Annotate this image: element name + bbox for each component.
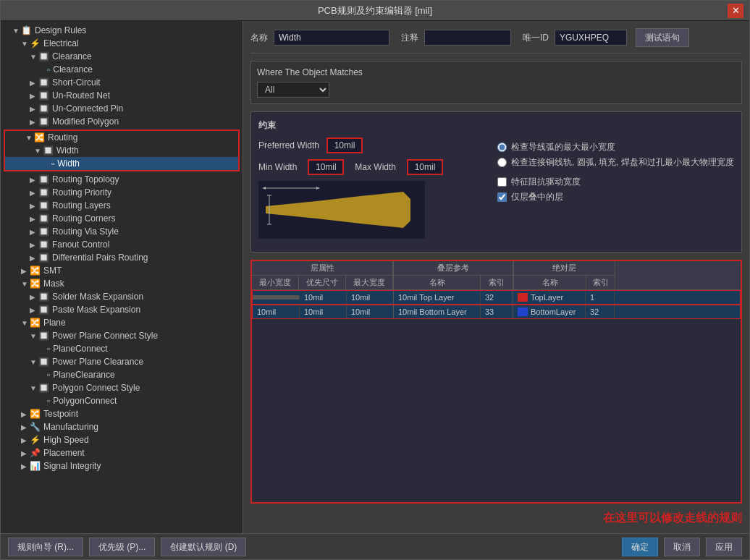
tree-item-power-connect[interactable]: 🔲 Power Plane Connect Style <box>1 329 243 342</box>
where-dropdown[interactable]: All <box>257 82 329 98</box>
stack-ref-header: 叠层参考 <box>394 261 513 276</box>
constraint-title: 约束 <box>258 119 734 132</box>
tree-item-un-routed[interactable]: 🔲 Un-Routed Net <box>1 89 243 102</box>
tree-item-routing-topology[interactable]: 🔲 Routing Topology <box>1 173 243 186</box>
arrow-routing <box>25 134 34 142</box>
radio-physical-width[interactable] <box>497 158 507 167</box>
tree-label-power-clearance: Power Plane Clearance <box>52 357 143 367</box>
tree-item-polygon-style[interactable]: 🔲 Polygon Connect Style <box>1 381 243 394</box>
icon-smt: 🔀 <box>30 266 41 276</box>
tree-item-signal-integrity[interactable]: 📊 Signal Integrity <box>1 459 243 472</box>
tree-label-clearance: Clearance <box>53 64 93 75</box>
icon-via: 🔲 <box>38 226 49 237</box>
tree-item-plane-connect[interactable]: ▫ PlaneConnect <box>1 342 243 355</box>
constraint-section: 约束 Preferred Width 10mil Min Width 10mil… <box>250 111 742 253</box>
abs-layer-header: 绝对层 <box>514 261 615 276</box>
tree-item-routing-layers[interactable]: 🔲 Routing Layers <box>1 199 243 212</box>
tree-item-polygon-connect[interactable]: ▫ PolygonConnect <box>1 394 243 407</box>
where-title: Where The Object Matches <box>257 67 736 77</box>
arrow-layers <box>30 202 38 210</box>
arrow-polygon-style <box>30 384 38 392</box>
tree-label-design-rules: Design Rules <box>35 25 86 35</box>
uid-input[interactable] <box>555 30 627 46</box>
bottom-left-buttons: 规则向导 (R)... 优先级 (P)... 创建默认规则 (D) <box>8 538 246 556</box>
icon-un-routed: 🔲 <box>38 90 49 101</box>
arrow-solder <box>30 293 38 301</box>
create-default-button[interactable]: 创建默认规则 (D) <box>161 538 246 556</box>
tree-item-routing-via[interactable]: 🔲 Routing Via Style <box>1 225 243 238</box>
tree-item-plane-clearance[interactable]: ▫ PlaneClearance <box>1 368 243 381</box>
icon-testpoint: 🔀 <box>30 409 41 419</box>
icon-routing: 🔀 <box>34 132 45 143</box>
preferred-width-value[interactable]: 10mil <box>326 137 363 153</box>
arrow-un-connected <box>30 105 38 113</box>
icon-fanout: 🔲 <box>38 239 49 250</box>
tree-item-clearance-group[interactable]: 🔲 Clearance <box>1 50 243 63</box>
cell-pref-0: 10mil <box>300 291 347 304</box>
layer-prop-header: 层属性 <box>252 261 393 276</box>
icon-plane-connect: ▫ <box>47 344 50 354</box>
ok-button[interactable]: 确定 <box>622 538 658 556</box>
close-button[interactable]: ✕ <box>728 4 743 18</box>
col-max-width: 最大宽度 <box>346 276 393 289</box>
table-row-1[interactable]: 10mil 10mil 10mil 10mil Bottom Layer 33 … <box>252 305 741 319</box>
tree-label-plane-clearance: PlaneClearance <box>53 370 114 380</box>
tree-item-fanout[interactable]: 🔲 Fanout Control <box>1 238 243 251</box>
abs-layer-sub: 名称 索引 <box>514 276 615 289</box>
icon-placement: 📌 <box>30 448 41 458</box>
icon-clearance: ▫ <box>47 64 50 75</box>
tree-item-design-rules[interactable]: 📋 Design Rules <box>1 24 243 37</box>
tree-item-un-connected[interactable]: 🔲 Un-Connected Pin <box>1 102 243 115</box>
comment-input[interactable] <box>424 30 511 46</box>
tree-item-power-clearance[interactable]: 🔲 Power Plane Clearance <box>1 355 243 368</box>
tree-label-un-connected: Un-Connected Pin <box>52 103 123 114</box>
min-width-value[interactable]: 10mil <box>308 159 344 175</box>
tree-item-diff-pairs[interactable]: 🔲 Differential Pairs Routing <box>1 251 243 264</box>
max-width-value[interactable]: 10mil <box>407 159 443 175</box>
checkbox-label-2: 仅层叠中的层 <box>511 191 563 203</box>
tree-item-width[interactable]: ▫ Width <box>5 157 238 170</box>
tree-item-routing-corners[interactable]: 🔲 Routing Corners <box>1 212 243 225</box>
tree-item-smt[interactable]: 🔀 SMT <box>1 264 243 277</box>
icon-priority: 🔲 <box>38 187 49 198</box>
checkbox-stack-layers[interactable] <box>497 192 507 202</box>
tree-item-mask[interactable]: 🔀 Mask <box>1 277 243 290</box>
tree-item-routing-priority[interactable]: 🔲 Routing Priority <box>1 186 243 199</box>
icon-plane: 🔀 <box>30 318 41 328</box>
col-abs-name: 名称 <box>514 276 586 289</box>
icon-high-speed: ⚡ <box>30 435 41 445</box>
tree-label-power-connect: Power Plane Connect Style <box>52 331 158 341</box>
tree-label-high-speed: High Speed <box>43 435 89 445</box>
tree-item-plane[interactable]: 🔀 Plane <box>1 316 243 329</box>
tree-item-manufacturing[interactable]: 🔧 Manufacturing <box>1 420 243 433</box>
table-row-0[interactable]: 10mil 10mil 10mil Top Layer 32 TopLayer … <box>252 290 741 305</box>
cell-abs-name-1: BottomLayer <box>513 305 586 318</box>
tree-item-paste-mask[interactable]: 🔲 Paste Mask Expansion <box>1 303 243 316</box>
tree-item-electrical[interactable]: ⚡ Electrical <box>1 37 243 50</box>
uid-label: 唯一ID <box>523 32 549 44</box>
tree-item-solder-mask[interactable]: 🔲 Solder Mask Expansion <box>1 290 243 303</box>
checkbox-impedance[interactable] <box>497 177 507 187</box>
col-pref: 优先尺寸 <box>299 276 346 289</box>
tree-item-clearance[interactable]: ▫ Clearance <box>1 63 243 76</box>
rule-wizard-button[interactable]: 规则向导 (R)... <box>8 538 83 556</box>
name-input[interactable] <box>274 30 389 46</box>
tree-item-width-group[interactable]: 🔲 Width <box>5 144 238 157</box>
tree-item-placement[interactable]: 📌 Placement <box>1 446 243 459</box>
priorities-button[interactable]: 优先级 (P)... <box>89 538 155 556</box>
tree-item-testpoint[interactable]: 🔀 Testpoint <box>1 407 243 420</box>
arrow-power-connect <box>30 332 38 340</box>
where-section: Where The Object Matches All <box>250 61 742 104</box>
cancel-button[interactable]: 取消 <box>664 538 700 556</box>
tree-label-plane-connect: PlaneConnect <box>53 344 107 354</box>
abs-layer-group: 绝对层 名称 索引 <box>514 261 615 289</box>
radio-arc-width[interactable] <box>497 143 507 152</box>
tree-item-short-circuit[interactable]: 🔲 Short-Circuit <box>1 76 243 89</box>
tree-item-modified-polygon[interactable]: 🔲 Modified Polygon <box>1 115 243 128</box>
tree-item-routing[interactable]: 🔀 Routing <box>5 131 238 144</box>
tree-item-high-speed[interactable]: ⚡ High Speed <box>1 433 243 446</box>
test-button[interactable]: 测试语句 <box>636 28 689 47</box>
tree-label-fanout: Fanout Control <box>52 239 109 250</box>
apply-button[interactable]: 应用 <box>706 538 742 556</box>
arrow-high-speed <box>21 436 30 444</box>
